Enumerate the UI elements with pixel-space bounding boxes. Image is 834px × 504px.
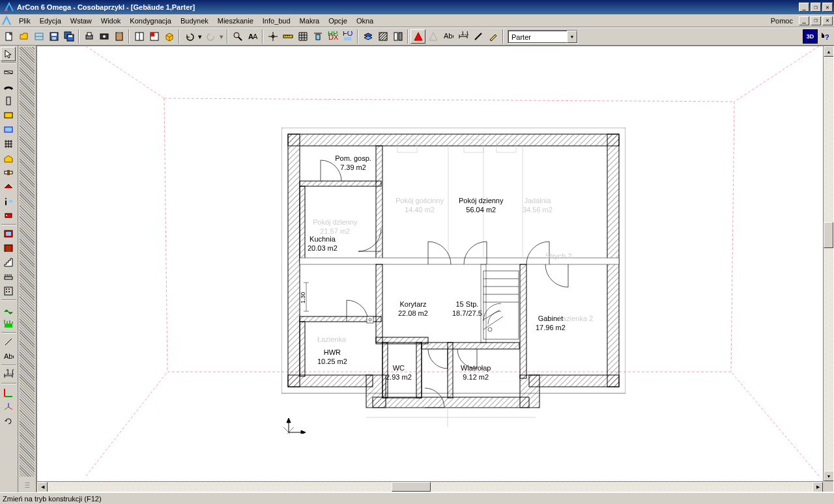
floor-tool[interactable] [1, 151, 16, 165]
pointer-tool[interactable] [1, 47, 16, 61]
pattern-tool[interactable] [1, 284, 16, 298]
maximize-button[interactable]: ❐ [811, 3, 821, 12]
menu-plik[interactable]: Plik [14, 16, 35, 26]
section-icon[interactable] [390, 29, 405, 44]
new-button[interactable] [1, 29, 16, 44]
menu-edycja[interactable]: Edycja [35, 16, 66, 26]
menu-mieszkanie[interactable]: Mieszkanie [213, 16, 258, 26]
menu-wstaw[interactable]: Wstaw [66, 16, 96, 26]
svg-point-49 [5, 198, 7, 199]
save-as-button[interactable] [61, 29, 76, 44]
menu-pomoc[interactable]: Pomoc [766, 16, 798, 26]
scroll-down-icon[interactable]: ▼ [824, 471, 834, 481]
stairs-tool[interactable] [1, 255, 16, 270]
info-tool[interactable] [1, 194, 16, 208]
redo-dropdown-icon[interactable]: ▾ [218, 29, 225, 44]
marker-tool[interactable] [1, 208, 16, 223]
3d-view-button[interactable]: 3D [803, 29, 818, 44]
undo-button[interactable] [182, 29, 197, 44]
grip-handle-icon[interactable] [18, 478, 36, 492]
scroll-v-thumb[interactable] [824, 222, 833, 248]
pen-icon[interactable] [485, 29, 500, 44]
clipboard-button[interactable] [111, 29, 126, 44]
menu-widok[interactable]: Widok [96, 16, 126, 26]
svg-rect-90 [529, 375, 619, 387]
scroll-left-icon[interactable]: ◀ [37, 482, 48, 492]
wall-tool[interactable] [1, 65, 16, 79]
svg-point-119 [488, 328, 492, 331]
svg-point-12 [103, 35, 106, 38]
floor-select[interactable]: Parter ▼ [508, 30, 578, 44]
axis-tool[interactable] [1, 385, 16, 400]
open-button[interactable] [16, 29, 31, 44]
help-icon[interactable]: ? [818, 29, 833, 44]
redo-button[interactable] [203, 29, 218, 44]
slash-icon[interactable] [470, 29, 485, 44]
layout-1-icon[interactable] [132, 29, 147, 44]
drawing-canvas[interactable]: Pom. gosp.7.39 m2 Kuchnia20.03 m2 Pokój … [37, 46, 823, 481]
scroll-v-track[interactable] [824, 57, 833, 471]
menu-opcje[interactable]: Opcje [324, 16, 352, 26]
column-tool[interactable] [1, 94, 16, 108]
hatch-icon[interactable] [375, 29, 390, 44]
svg-rect-8 [68, 35, 72, 37]
door-tool[interactable] [1, 241, 16, 255]
menu-okna[interactable]: Okna [352, 16, 378, 26]
scroll-right-icon[interactable]: ▶ [812, 482, 823, 492]
svg-line-74 [86, 372, 167, 476]
zoom-button[interactable] [230, 29, 245, 44]
close-button[interactable]: ✕ [822, 3, 833, 12]
layout-2-icon[interactable] [147, 29, 162, 44]
print-button[interactable] [81, 29, 96, 44]
minimize-button[interactable]: _ [799, 3, 809, 12]
rect-tool[interactable] [1, 108, 16, 122]
mdi-restore-button[interactable]: ❐ [811, 16, 821, 25]
dimension-tool[interactable]: 1.0 [1, 367, 16, 382]
line-tool[interactable] [1, 335, 16, 349]
rotate-tool[interactable] [1, 414, 16, 428]
scroll-h-track[interactable] [48, 482, 812, 492]
menu-budynek[interactable]: Budynek [176, 16, 213, 26]
grid-icon[interactable] [295, 29, 310, 44]
wireframe-icon[interactable] [425, 29, 440, 44]
axis-3d-tool[interactable] [1, 400, 16, 414]
hpgl-dxf-icon[interactable]: HPGLDXF [325, 29, 340, 44]
abc-icon[interactable]: Abc [440, 29, 455, 44]
zone-tool[interactable] [1, 122, 16, 137]
toggle-1-icon[interactable] [31, 29, 46, 44]
curved-wall-tool[interactable] [1, 79, 16, 94]
window-tool[interactable] [1, 227, 16, 241]
horizontal-scrollbar[interactable]: ◀ ▶ [37, 481, 823, 492]
menu-makra[interactable]: Makra [295, 16, 324, 26]
scroll-up-icon[interactable]: ▲ [824, 46, 834, 57]
landscape-tool[interactable] [1, 302, 16, 316]
folie-icon[interactable]: FOLIE [340, 29, 355, 44]
mdi-close-button[interactable]: ✕ [822, 16, 833, 25]
roof-tool[interactable] [1, 180, 16, 194]
text-size-icon[interactable]: AA [245, 29, 260, 44]
svg-rect-103 [422, 343, 519, 349]
opening-tool[interactable] [1, 165, 16, 180]
scroll-h-thumb[interactable] [392, 482, 431, 492]
screenshot-button[interactable] [96, 29, 111, 44]
text-tool[interactable]: Abc [1, 349, 16, 363]
layout-3d-icon[interactable] [162, 29, 177, 44]
align-icon[interactable] [310, 29, 325, 44]
grip-area[interactable] [20, 47, 35, 477]
terrain-tool[interactable] [1, 316, 16, 331]
svg-rect-44 [7, 97, 10, 105]
balcony-tool[interactable] [1, 270, 16, 284]
mdi-minimize-button[interactable]: _ [799, 16, 809, 25]
menu-infobud[interactable]: Info_bud [258, 16, 295, 26]
render-mode-icon[interactable] [410, 29, 425, 44]
snap-icon[interactable] [265, 29, 280, 44]
undo-dropdown-icon[interactable]: ▾ [197, 29, 203, 44]
grid-tool[interactable] [1, 137, 16, 151]
menu-kondygnacja[interactable]: Kondygnacja [125, 16, 176, 26]
chevron-down-icon[interactable]: ▼ [567, 31, 577, 43]
layers-icon[interactable] [360, 29, 375, 44]
save-button[interactable] [46, 29, 61, 44]
dim-style-icon[interactable]: 1.0 [455, 29, 470, 44]
ruler-icon[interactable] [280, 29, 295, 44]
vertical-scrollbar[interactable]: ▲ ▼ [823, 46, 833, 481]
